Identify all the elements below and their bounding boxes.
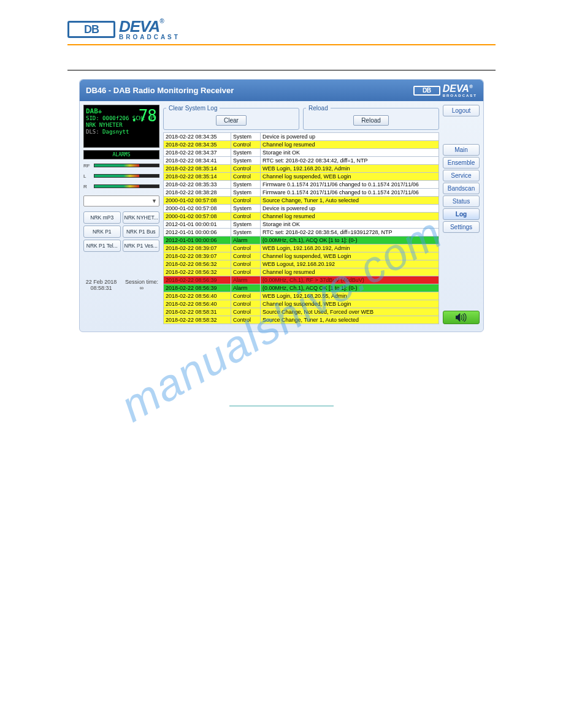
logo-reg: ® (159, 18, 163, 25)
log-row: 2018-02-22 08:58:32ControlSource Change,… (164, 316, 439, 324)
header-logo-mark: DB (413, 86, 440, 96)
log-row: 2000-01-02 00:57:08ControlChannel log re… (164, 212, 439, 220)
clear-button[interactable]: Clear (216, 115, 247, 126)
nav-settings[interactable]: Settings (443, 221, 480, 233)
header-deva: DEVA (443, 83, 469, 94)
vu-l-label: L (83, 173, 92, 179)
page-link-underline (229, 406, 334, 406)
lcd-dls-value: Dagsnytt (102, 129, 129, 135)
log-row: 2012-01-01 00:00:06SystemRTC set: 2018-0… (164, 228, 439, 236)
app-header: DB46 - DAB Radio Monitoring Receiver DB … (80, 80, 483, 101)
log-row: 2018-02-22 08:56:39Alarm(0.00MHz, Ch.1),… (164, 284, 439, 292)
log-row: 2018-02-22 08:56:32ControlChannel log re… (164, 268, 439, 276)
vu-rf-bar (94, 164, 159, 167)
log-row: 2018-02-22 08:39:07ControlWEB Login, 192… (164, 244, 439, 252)
nav-status[interactable]: Status (443, 195, 480, 207)
header-logo: DB DEVA® BROADCAST (413, 83, 477, 97)
footer-date: 22 Feb 2018 (83, 279, 119, 285)
log-row: 2000-01-02 00:57:08ControlSource Change,… (164, 196, 439, 204)
preset-button-0[interactable]: NRK mP3 (83, 211, 121, 224)
app-window: DB46 - DAB Radio Monitoring Receiver DB … (79, 79, 484, 332)
preset-button-2[interactable]: NRK P1 (83, 226, 121, 238)
logout-button[interactable]: Logout (443, 105, 480, 116)
reload-button[interactable]: Reload (353, 115, 389, 126)
log-row: 2012-01-01 00:00:06Alarm(0.00MHz, Ch.1),… (164, 236, 439, 244)
lcd-panel: DAB+ .78 SID: 0000f206 SCH: 05 NRK NYHET… (83, 105, 159, 148)
log-row: 2018-02-22 08:39:07ControlChannel log su… (164, 252, 439, 260)
header-reg: ® (469, 84, 473, 89)
log-table: 2018-02-22 08:34:35SystemDevice is power… (163, 132, 439, 324)
nav-main[interactable]: Main (443, 144, 480, 156)
footer-time: 08:58:31 (83, 285, 119, 291)
log-row: 2018-02-22 08:56:32ControlWEB Logout, 19… (164, 260, 439, 268)
preset-button-3[interactable]: NRK P1 Bus (123, 226, 160, 238)
log-row: 2018-02-22 08:34:41SystemRTC set: 2018-0… (164, 156, 439, 164)
log-row: 2018-02-22 08:56:40ControlChannel log su… (164, 300, 439, 308)
vu-r-bar (94, 184, 159, 188)
log-row: 2018-02-22 08:34:35SystemDevice is power… (164, 132, 439, 140)
vu-rf-label: RF (83, 163, 92, 169)
log-row: 2018-02-22 08:58:31ControlSource Change,… (164, 308, 439, 316)
log-row: 2018-02-22 08:35:14ControlChannel log su… (164, 172, 439, 180)
clear-log-panel: Clear System Log Clear (163, 105, 299, 130)
speaker-icon (456, 313, 467, 322)
preset-button-4[interactable]: NRK P1 Tel... (83, 240, 121, 252)
page-logo: DB DEVA® BROADCAST (67, 18, 496, 40)
nav-log[interactable]: Log (443, 208, 480, 220)
chevron-down-icon: ▼ (151, 198, 157, 204)
sound-button[interactable] (443, 311, 480, 324)
nav-ensemble[interactable]: Ensemble (443, 157, 480, 169)
log-row: 2018-02-22 08:34:37SystemStorage init OK (164, 148, 439, 156)
logo-deva: DEVA (119, 17, 159, 36)
log-row: 2018-02-22 08:35:14ControlWEB Login, 192… (164, 164, 439, 172)
log-row: 2018-02-22 08:34:35ControlChannel log re… (164, 140, 439, 148)
lcd-bignum: .78 (129, 107, 156, 126)
divider-black (67, 70, 496, 70)
nav-service[interactable]: Service (443, 170, 480, 181)
nav-bandscan[interactable]: Bandscan (443, 183, 480, 194)
channel-dropdown[interactable]: ▼ (83, 195, 159, 207)
logo-sub: BROADCAST (119, 34, 180, 40)
alarms-panel: ALARMS (83, 150, 159, 159)
log-row: 2018-02-22 08:35:33SystemFirmware 0.1.15… (164, 180, 439, 188)
log-row: 2012-01-01 00:00:01SystemStorage init OK (164, 220, 439, 228)
app-title: DB46 - DAB Radio Monitoring Receiver (86, 86, 234, 95)
preset-button-5[interactable]: NRK P1 Ves... (123, 240, 160, 252)
vu-l-bar (94, 174, 159, 178)
log-row: 2018-02-22 08:56:40ControlWEB Login, 192… (164, 292, 439, 300)
session-value: ∞ (124, 285, 159, 291)
session-label: Session time: (124, 279, 159, 285)
lcd-dls-label: DLS: (86, 129, 99, 135)
clear-log-legend: Clear System Log (166, 105, 220, 112)
reload-panel: Reload Reload (303, 105, 439, 130)
preset-button-1[interactable]: NRK NYHET... (123, 211, 160, 224)
log-row: 2018-02-22 08:38:28SystemFirmware 0.1.15… (164, 188, 439, 196)
log-row: 2018-02-22 08:56:39Alarm(0.00MHz, Ch.1),… (164, 276, 439, 284)
header-sub: BROADCAST (443, 94, 477, 97)
log-row: 2000-01-02 00:57:08SystemDevice is power… (164, 204, 439, 212)
reload-legend: Reload (306, 105, 331, 112)
logo-mark: DB (67, 21, 115, 38)
vu-r-label: R (83, 184, 92, 189)
divider-orange (67, 44, 496, 45)
